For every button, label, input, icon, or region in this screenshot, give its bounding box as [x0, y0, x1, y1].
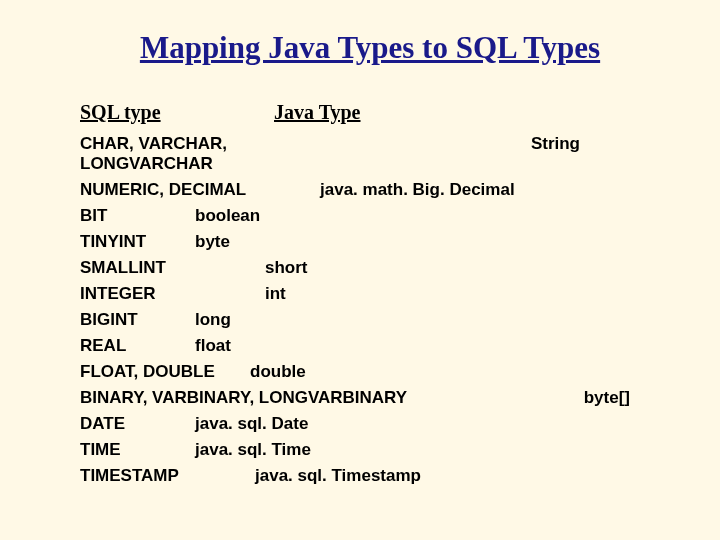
java-cell: boolean	[195, 206, 260, 226]
sql-cell: REAL	[80, 336, 195, 356]
table-row: TIME java. sql. Time	[80, 440, 660, 460]
java-cell: long	[195, 310, 231, 330]
table-row: INTEGER int	[80, 284, 660, 304]
java-cell: double	[250, 362, 306, 382]
sql-cell: INTEGER	[80, 284, 265, 304]
sql-cell: DATE	[80, 414, 195, 434]
table-row: NUMERIC, DECIMAL java. math. Big. Decima…	[80, 180, 660, 200]
sql-cell: CHAR, VARCHAR, LONGVARCHAR	[80, 134, 360, 174]
sql-cell: NUMERIC, DECIMAL	[80, 180, 320, 200]
table-row: BIT boolean	[80, 206, 660, 226]
table-row: DATE java. sql. Date	[80, 414, 660, 434]
java-cell: short	[265, 258, 308, 278]
sql-cell: BIGINT	[80, 310, 195, 330]
java-cell: java. math. Big. Decimal	[320, 180, 515, 200]
sql-cell: TIMESTAMP	[80, 466, 255, 486]
java-cell: String	[531, 134, 660, 154]
column-headers: SQL type Java Type	[80, 101, 660, 124]
table-row: FLOAT, DOUBLE double	[80, 362, 660, 382]
java-cell: java. sql. Timestamp	[255, 466, 421, 486]
sql-cell: BIT	[80, 206, 195, 226]
table-row: TINYINT byte	[80, 232, 660, 252]
sql-type-header: SQL type	[80, 101, 274, 124]
java-cell: byte	[195, 232, 230, 252]
sql-cell: FLOAT, DOUBLE	[80, 362, 250, 382]
sql-cell: TINYINT	[80, 232, 195, 252]
java-cell: java. sql. Date	[195, 414, 308, 434]
page-title: Mapping Java Types to SQL Types	[80, 30, 660, 66]
table-row: SMALLINT short	[80, 258, 660, 278]
java-type-header: Java Type	[274, 101, 361, 124]
table-row: BIGINT long	[80, 310, 660, 330]
java-cell: float	[195, 336, 231, 356]
sql-cell: TIME	[80, 440, 195, 460]
sql-cell: SMALLINT	[80, 258, 265, 278]
table-row: CHAR, VARCHAR, LONGVARCHAR String	[80, 134, 660, 174]
table-row: REAL float	[80, 336, 660, 356]
java-cell: int	[265, 284, 286, 304]
java-cell: java. sql. Time	[195, 440, 311, 460]
table-row: TIMESTAMP java. sql. Timestamp	[80, 466, 660, 486]
sql-cell: BINARY, VARBINARY, LONGVARBINARY	[80, 388, 407, 408]
java-cell: byte[]	[584, 388, 660, 408]
table-row: BINARY, VARBINARY, LONGVARBINARY byte[]	[80, 388, 660, 408]
